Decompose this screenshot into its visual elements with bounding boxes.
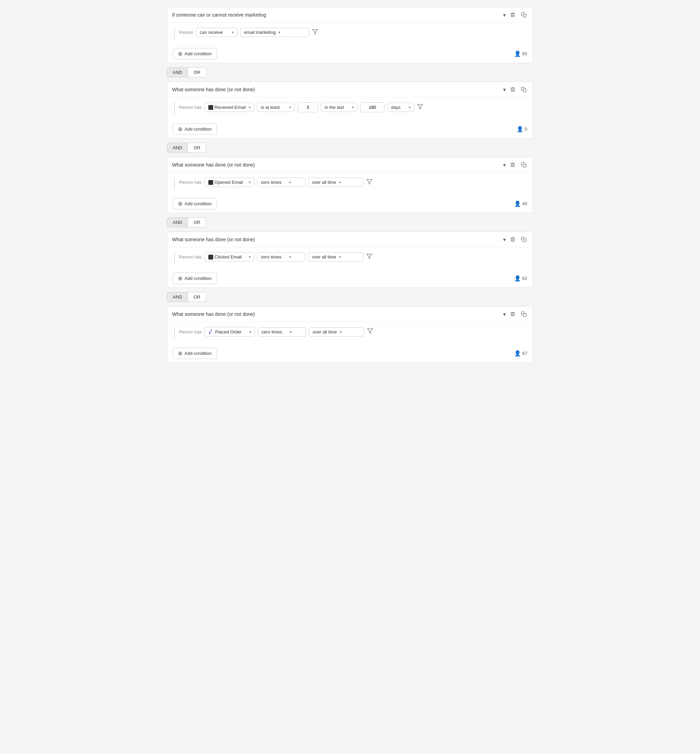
shopify-icon-5 [208,329,214,335]
person-icon-2: 👤 [517,126,523,132]
condition-body-1: Person can receive cannot receive ▾ emai… [167,23,533,45]
in-the-last-select[interactable]: in the last over all time [325,105,349,110]
or-button-3[interactable]: OR [188,217,206,227]
count-value-4: 62 [522,276,527,281]
delete-button-4[interactable] [509,235,517,244]
condition-header-actions-2: ▾ [503,85,528,94]
field1-select-1[interactable]: can receive cannot receive ▾ [196,28,238,37]
action-select-5[interactable]: Received Email Opened Email Clicked Emai… [205,327,255,336]
chevron-down-icon-3[interactable]: ▾ [503,162,506,168]
filter-icon-4[interactable] [366,253,372,261]
chevron-down-icon-5[interactable]: ▾ [503,311,506,318]
over-all-time-select-4[interactable]: in the last over all time [312,254,336,260]
filter-icon-5[interactable] [367,328,373,336]
person-label-4: Person has [179,254,202,260]
add-condition-button-2[interactable]: ⊕ Add condition [173,124,217,135]
frequency-select-2[interactable]: is at least zero times at least once ▾ [257,103,295,112]
condition-row-2: Person has Received Email Opened Email C… [179,102,423,112]
person-icon-1: 👤 [514,50,521,57]
frequency-select-4[interactable]: is at least zero times at least once ▾ [257,252,305,261]
select-arrow-10: ▾ [249,255,250,259]
condition-block-3: What someone has done (or not done) ▾ Pe… [167,157,533,213]
frequency-select-5[interactable]: is at least zero times at least once ▾ [258,327,306,336]
count-badge-2: 👤 0 [517,126,527,132]
delete-button-2[interactable] [509,85,517,94]
filter-icon-2[interactable] [417,104,423,111]
condition-row-3: Person has Received Email Opened Email C… [179,178,372,187]
add-condition-label-2: Add condition [184,127,212,131]
copy-button-3[interactable] [520,161,528,169]
svg-marker-3 [417,104,423,109]
select-arrow-6: ▾ [409,105,411,109]
time-range-select-4[interactable]: in the last over all time ▾ [308,252,364,261]
opened-email-select[interactable]: Received Email Opened Email Clicked Emai… [214,180,246,185]
received-email-select[interactable]: Received Email Opened Email Clicked Emai… [214,105,246,110]
zero-times-select-5[interactable]: is at least zero times at least once [261,329,287,335]
plus-icon-1: ⊕ [178,50,183,57]
frequency-select-3[interactable]: is at least zero times at least once ▾ [257,178,305,187]
days-unit-select[interactable]: days weeks months [391,105,406,110]
days-input-2[interactable] [360,102,384,112]
time-range-select-2[interactable]: in the last over all time ▾ [321,103,358,112]
copy-button-5[interactable] [520,310,528,318]
copy-button-1[interactable] [520,11,528,19]
field2-select-1[interactable]: email marketing sms marketing ▾ [240,28,309,37]
delete-button-3[interactable] [509,161,517,169]
email-icon-2 [208,105,213,110]
add-condition-button-4[interactable]: ⊕ Add condition [173,273,217,284]
plus-icon-2: ⊕ [178,126,183,132]
count-value-1: 65 [522,51,527,56]
chevron-down-icon-4[interactable]: ▾ [503,236,506,243]
copy-button-2[interactable] [520,85,528,94]
over-all-time-select-3[interactable]: in the last over all time [312,180,336,185]
and-button-2[interactable]: AND [167,143,188,153]
and-button-4[interactable]: AND [167,292,188,302]
placed-order-select[interactable]: Received Email Opened Email Clicked Emai… [215,329,247,335]
add-condition-button-3[interactable]: ⊕ Add condition [173,198,217,210]
plus-icon-5: ⊕ [178,350,183,357]
svg-marker-1 [312,30,318,34]
count-value-5: 67 [522,351,527,356]
or-button-1[interactable]: OR [188,67,206,77]
day-unit-select-2[interactable]: days weeks months ▾ [388,103,414,112]
email-icon-4 [208,255,213,260]
delete-button-1[interactable] [509,11,517,19]
condition-row-5: Person has Received Email Opened Email C… [179,327,373,336]
add-condition-button-5[interactable]: ⊕ Add condition [173,347,217,359]
condition-body-2: Person has Received Email Opened Email C… [167,97,533,120]
filter-icon-3[interactable] [366,179,372,186]
and-button-1[interactable]: AND [167,67,188,77]
and-button-3[interactable]: AND [167,217,188,227]
select-arrow-9: ▾ [339,180,341,184]
number-input-2[interactable] [297,102,318,112]
condition-inner-5: Person has Received Email Opened Email C… [173,327,527,339]
filter-icon-1[interactable] [312,29,318,36]
or-button-4[interactable]: OR [188,292,206,302]
over-all-time-select-5[interactable]: in the last over all time [312,329,337,335]
chevron-down-icon-2[interactable]: ▾ [503,86,506,93]
can-receive-select[interactable]: can receive cannot receive [200,30,229,35]
action-select-3[interactable]: Received Email Opened Email Clicked Emai… [205,178,254,187]
chevron-down-icon-1[interactable]: ▾ [503,12,506,18]
condition-block-4: What someone has done (or not done) ▾ Pe… [167,232,533,288]
email-marketing-select[interactable]: email marketing sms marketing [244,30,276,35]
add-condition-button-1[interactable]: ⊕ Add condition [173,48,217,59]
zero-times-select-3[interactable]: is at least zero times at least once [261,180,286,185]
add-condition-label-1: Add condition [184,51,212,56]
person-label-1: Person [179,30,193,35]
clicked-email-select[interactable]: Received Email Opened Email Clicked Emai… [214,254,246,260]
time-range-select-3[interactable]: in the last over all time ▾ [308,178,364,187]
or-button-2[interactable]: OR [188,143,206,153]
condition-inner-1: Person can receive cannot receive ▾ emai… [173,28,527,40]
indent-bar-1 [174,28,175,40]
action-select-4[interactable]: Received Email Opened Email Clicked Emai… [205,252,254,261]
svg-marker-5 [367,179,372,184]
logic-separator-1: AND OR [167,67,533,77]
time-range-select-5[interactable]: in the last over all time ▾ [309,327,364,336]
person-icon-3: 👤 [514,200,521,207]
is-at-least-select[interactable]: is at least zero times at least once [261,105,286,110]
zero-times-select-4[interactable]: is at least zero times at least once [261,254,286,260]
action-select-2[interactable]: Received Email Opened Email Clicked Emai… [205,103,254,112]
delete-button-5[interactable] [509,310,517,318]
copy-button-4[interactable] [520,235,528,244]
